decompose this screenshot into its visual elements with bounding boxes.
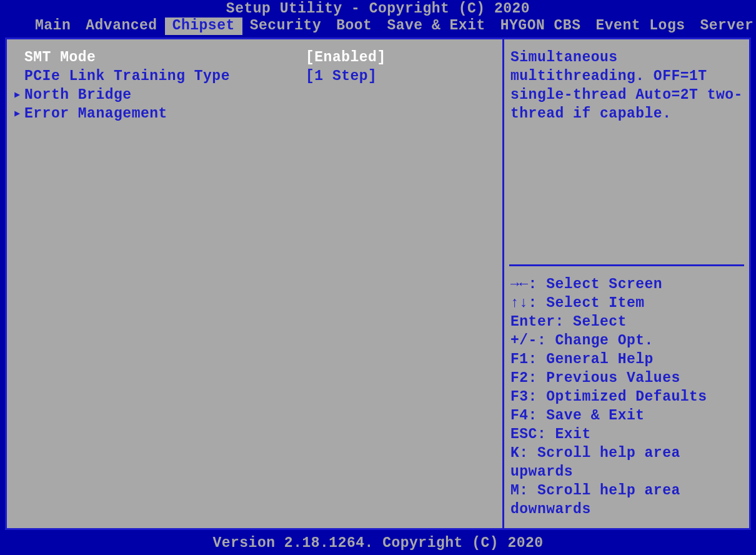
tab-security[interactable]: Security — [242, 18, 329, 35]
submenu-label: North Bridge — [24, 86, 306, 104]
submenu-label: Error Management — [24, 104, 306, 123]
submenu-error-management[interactable]: ▸ Error Management — [11, 104, 496, 123]
submenu-value — [306, 86, 496, 104]
help-text: Simultaneous multithreading. OFF=1T sing… — [504, 39, 749, 264]
key-help-line: →←: Select Screen — [510, 275, 743, 294]
triangle-right-icon: ▸ — [11, 104, 24, 123]
key-help-line: F4: Save & Exit — [510, 406, 743, 425]
app-title: Setup Utility - Copyright (C) 2020 — [0, 0, 756, 18]
tab-advanced[interactable]: Advanced — [78, 18, 164, 35]
tab-hygon-cbs[interactable]: HYGON CBS — [493, 18, 589, 35]
tab-save-exit[interactable]: Save & Exit — [379, 18, 492, 35]
key-help-line: F2: Previous Values — [510, 369, 743, 388]
tab-boot[interactable]: Boot — [329, 18, 379, 35]
option-value: [Enabled] — [306, 48, 496, 67]
row-marker — [11, 48, 24, 67]
key-help-line: F1: General Help — [510, 350, 743, 369]
submenu-north-bridge[interactable]: ▸ North Bridge — [11, 86, 496, 104]
option-value: [1 Step] — [306, 67, 496, 86]
tab-main[interactable]: Main — [27, 18, 78, 35]
tab-chipset[interactable]: Chipset — [165, 18, 242, 35]
key-help-line: F3: Optimized Defaults — [510, 388, 743, 406]
triangle-right-icon: ▸ — [11, 86, 24, 104]
content-frame: SMT Mode [Enabled] PCIe Link Training Ty… — [5, 38, 751, 530]
key-help-line: ESC: Exit — [510, 425, 743, 444]
option-smt-mode[interactable]: SMT Mode [Enabled] — [11, 48, 496, 67]
option-label: PCIe Link Training Type — [24, 67, 306, 86]
submenu-value — [306, 104, 496, 123]
side-pane: Simultaneous multithreading. OFF=1T sing… — [502, 39, 749, 528]
row-marker — [11, 67, 24, 86]
menu-bar: Main Advanced Chipset Security Boot Save… — [0, 18, 756, 36]
footer-text: Version 2.18.1264. Copyright (C) 2020 — [0, 534, 756, 555]
tab-server-mgmt[interactable]: Server Mgmt — [693, 18, 757, 35]
key-help-line: Enter: Select — [510, 312, 743, 331]
key-help-line: K: Scroll help area upwards — [510, 444, 743, 481]
key-help-line: M: Scroll help area downwards — [510, 481, 743, 519]
tab-event-logs[interactable]: Event Logs — [588, 18, 692, 35]
key-help-line: +/-: Change Opt. — [510, 331, 743, 350]
option-label: SMT Mode — [24, 48, 306, 67]
option-pcie-link-training-type[interactable]: PCIe Link Training Type [1 Step] — [11, 67, 496, 86]
main-pane: SMT Mode [Enabled] PCIe Link Training Ty… — [7, 39, 502, 528]
key-help-line: ↑↓: Select Item — [510, 294, 743, 312]
key-help: →←: Select Screen ↑↓: Select Item Enter:… — [504, 266, 749, 525]
